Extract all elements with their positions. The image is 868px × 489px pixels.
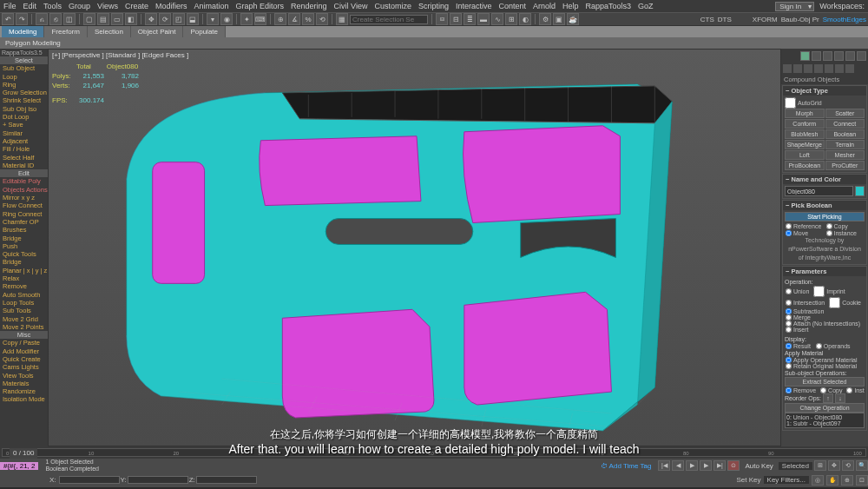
named-sel-btn[interactable]: ▦ bbox=[336, 13, 348, 25]
lights-icon[interactable] bbox=[804, 64, 812, 73]
parameters-header[interactable]: Parameters bbox=[783, 267, 866, 276]
menu-civilview[interactable]: Civil View bbox=[334, 2, 368, 10]
lp-remove[interactable]: Remove bbox=[0, 282, 48, 290]
goto-start-btn[interactable]: |◀ bbox=[658, 460, 670, 471]
remove-radio[interactable] bbox=[786, 387, 792, 393]
lp-ring[interactable]: Ring bbox=[0, 81, 48, 89]
connect-btn[interactable]: Connect bbox=[825, 119, 865, 129]
lp-sub-object[interactable]: Sub Object bbox=[0, 64, 48, 72]
op-insert-radio[interactable] bbox=[786, 327, 792, 333]
result-radio[interactable] bbox=[786, 343, 792, 349]
lp-mirror-x-y-z[interactable]: Mirror x y z bbox=[0, 194, 48, 202]
terrain-btn[interactable]: Terrain bbox=[825, 140, 865, 149]
lp-editable-poly[interactable]: Editable Poly bbox=[0, 177, 48, 185]
layers-btn[interactable]: ≣ bbox=[464, 13, 476, 25]
lp-select-half[interactable]: Select Half bbox=[0, 154, 48, 162]
start-picking-btn[interactable]: Start Picking bbox=[785, 212, 865, 221]
autokey-btn[interactable]: Auto Key bbox=[745, 462, 773, 470]
lp-cams-lights[interactable]: Cams Lights bbox=[0, 363, 48, 371]
lp-view-tools[interactable]: View Tools bbox=[0, 372, 48, 380]
window-crossing-btn[interactable]: ◧ bbox=[125, 13, 137, 25]
select-rect-btn[interactable]: ▭ bbox=[111, 13, 123, 25]
loft-btn[interactable]: Loft bbox=[785, 150, 825, 160]
utilities-tab-icon[interactable] bbox=[857, 51, 866, 61]
cts-label[interactable]: CTS bbox=[700, 16, 714, 23]
lp-fill-hole[interactable]: Fill / Hole bbox=[0, 145, 48, 153]
menu-rendering[interactable]: Rendering bbox=[291, 2, 327, 10]
menu-scripting[interactable]: Scripting bbox=[418, 2, 449, 10]
coord-y[interactable] bbox=[128, 476, 188, 484]
nav2-btn-1[interactable]: ◎ bbox=[812, 475, 824, 486]
nav2-btn-3[interactable]: ⊕ bbox=[841, 475, 853, 486]
lp-brushes[interactable]: Brushes bbox=[0, 226, 48, 234]
op-merge-radio[interactable] bbox=[786, 314, 792, 320]
link-btn[interactable]: ⎌ bbox=[36, 13, 48, 25]
render-frame-btn[interactable]: ▣ bbox=[553, 13, 565, 25]
menu-help[interactable]: Help bbox=[562, 2, 579, 10]
proboolean-btn[interactable]: ProBoolean bbox=[785, 161, 825, 170]
bind-btn[interactable]: ◫ bbox=[63, 13, 76, 25]
select-name-btn[interactable]: ▤ bbox=[97, 13, 109, 25]
undo-btn[interactable]: ↶ bbox=[2, 13, 14, 25]
lp-quick-create[interactable]: Quick Create bbox=[0, 355, 48, 363]
lp-shrink-select[interactable]: Shrink Select bbox=[0, 96, 48, 104]
helpers-icon[interactable] bbox=[825, 64, 833, 73]
spacewarps-icon[interactable] bbox=[835, 64, 844, 73]
operand-list[interactable]: 0: Union - Object080 1: Subtr - Object09… bbox=[785, 413, 865, 428]
nav-btn-4[interactable]: 🔍 bbox=[856, 460, 868, 471]
operands-radio[interactable] bbox=[816, 343, 822, 349]
name-color-header[interactable]: Name and Color bbox=[783, 175, 866, 184]
lp-randomize[interactable]: Randomize bbox=[0, 387, 48, 395]
align-btn[interactable]: ⊟ bbox=[450, 13, 462, 25]
lp-copy-paste[interactable]: Copy / Paste bbox=[0, 339, 48, 347]
object-name-input[interactable] bbox=[785, 186, 853, 196]
nav-btn-1[interactable]: ⊞ bbox=[814, 460, 826, 471]
menu-grapheditors[interactable]: Graph Editors bbox=[235, 2, 284, 10]
instance-radio[interactable] bbox=[826, 230, 832, 236]
modify-tab-icon[interactable] bbox=[812, 51, 821, 61]
lp-planar-x-y-z[interactable]: Planar | x | y | z bbox=[0, 267, 48, 274]
key-mode-btn[interactable]: ⊙ bbox=[727, 460, 740, 471]
scale-btn[interactable]: ◰ bbox=[173, 13, 185, 25]
create-tab-icon[interactable] bbox=[800, 51, 810, 61]
op-attachnointersections-radio[interactable] bbox=[786, 320, 792, 327]
place-btn[interactable]: ⬓ bbox=[187, 13, 199, 25]
play-btn[interactable]: ▶ bbox=[686, 460, 698, 471]
signin-dropdown[interactable]: Sign In bbox=[775, 2, 814, 11]
lp-quick-tools[interactable]: Quick Tools bbox=[0, 250, 48, 258]
render-btn[interactable]: ☕ bbox=[567, 13, 579, 25]
lp--save[interactable]: + Save bbox=[0, 121, 48, 129]
mirror-btn[interactable]: ⧈ bbox=[436, 13, 448, 25]
category-dropdown[interactable]: Compound Objects bbox=[781, 75, 868, 84]
coord-z[interactable] bbox=[196, 476, 257, 484]
tab-selection[interactable]: Selection bbox=[88, 26, 131, 37]
menu-modifiers[interactable]: Modifiers bbox=[155, 2, 187, 10]
refcoord-btn[interactable]: ▾ bbox=[207, 13, 219, 25]
lp-isolation-mode[interactable]: Isolation Mode bbox=[0, 395, 48, 403]
menu-rappatools[interactable]: RappaTools3 bbox=[586, 2, 632, 10]
reorder-down-btn[interactable]: ↓ bbox=[835, 393, 845, 403]
unlink-btn[interactable]: ⎋ bbox=[49, 13, 62, 25]
menu-group[interactable]: Group bbox=[69, 2, 90, 10]
scatter-btn[interactable]: Scatter bbox=[825, 109, 865, 118]
pick-boolean-header[interactable]: Pick Boolean bbox=[783, 201, 866, 210]
blobmesh-btn[interactable]: BlobMesh bbox=[785, 129, 825, 139]
spinner-snap-btn[interactable]: ⟲ bbox=[316, 13, 328, 25]
copy-radio[interactable] bbox=[826, 223, 832, 229]
nav2-btn-2[interactable]: ✋ bbox=[826, 475, 838, 486]
lp-dot-loop[interactable]: Dot Loop bbox=[0, 113, 48, 121]
tab-freeform[interactable]: Freeform bbox=[44, 26, 87, 37]
reorder-up-btn[interactable]: ↑ bbox=[823, 393, 833, 403]
menu-interactive[interactable]: Interactive bbox=[456, 2, 492, 10]
color-swatch[interactable] bbox=[855, 186, 865, 196]
mesher-btn[interactable]: Mesher bbox=[825, 150, 865, 160]
goto-end-btn[interactable]: ▶| bbox=[713, 460, 726, 471]
menu-file[interactable]: File bbox=[3, 2, 16, 10]
snap-btn[interactable]: ⊕ bbox=[274, 13, 286, 25]
boolean-btn[interactable]: Boolean bbox=[825, 129, 865, 139]
select-btn[interactable]: ▢ bbox=[83, 13, 95, 25]
tab-modeling[interactable]: Modeling bbox=[2, 26, 44, 37]
op-imprint-check[interactable] bbox=[813, 286, 825, 297]
move-radio[interactable] bbox=[786, 230, 792, 236]
percent-snap-btn[interactable]: % bbox=[302, 13, 314, 25]
